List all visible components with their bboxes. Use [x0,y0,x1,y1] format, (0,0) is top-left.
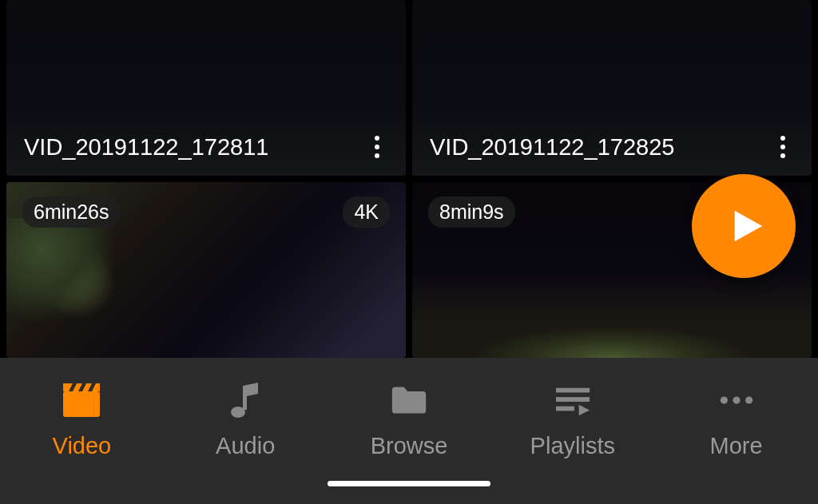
video-icon [63,382,100,419]
nav-label: More [710,433,763,459]
svg-point-7 [733,396,740,403]
video-card[interactable]: VID_20191122_172825 [412,0,812,176]
play-icon [729,205,765,247]
app-root: VID_20191122_172811 VID_20191122_172825 … [0,0,818,504]
resolution-badge: 4K [343,196,390,228]
folder-icon [391,382,427,419]
home-indicator[interactable] [328,481,490,486]
nav-more[interactable]: More [654,382,818,459]
play-fab-button[interactable] [692,174,796,278]
nav-audio[interactable]: Audio [164,382,328,459]
video-title-bar: VID_20191122_172811 [6,133,406,161]
music-note-icon [227,382,264,419]
nav-browse[interactable]: Browse [328,382,491,459]
nav-video[interactable]: Video [0,382,164,459]
svg-point-6 [720,396,727,403]
svg-rect-0 [63,391,100,417]
svg-rect-3 [556,388,590,393]
more-vertical-icon[interactable] [363,133,391,161]
nav-label: Playlists [530,433,615,459]
more-horizontal-icon [718,382,755,419]
video-card[interactable]: VID_20191122_172811 [6,0,406,176]
nav-playlists[interactable]: Playlists [490,382,654,459]
video-card[interactable]: 6min26s 4K [6,182,406,358]
nav-label: Browse [371,433,448,459]
video-title: VID_20191122_172825 [430,134,674,161]
duration-badge: 6min26s [22,196,121,228]
duration-badge: 8min9s [428,196,515,228]
bottom-nav: Video Audio Browse Playlists More [0,358,818,504]
nav-label: Audio [216,433,275,459]
more-vertical-icon[interactable] [768,133,797,161]
video-grid: VID_20191122_172811 VID_20191122_172825 … [0,0,818,358]
svg-rect-4 [556,397,590,402]
playlist-icon [554,382,591,419]
video-title-bar: VID_20191122_172825 [412,133,812,161]
video-title: VID_20191122_172811 [24,134,268,161]
svg-rect-5 [556,407,574,411]
svg-point-8 [745,396,752,403]
nav-label: Video [53,433,112,459]
